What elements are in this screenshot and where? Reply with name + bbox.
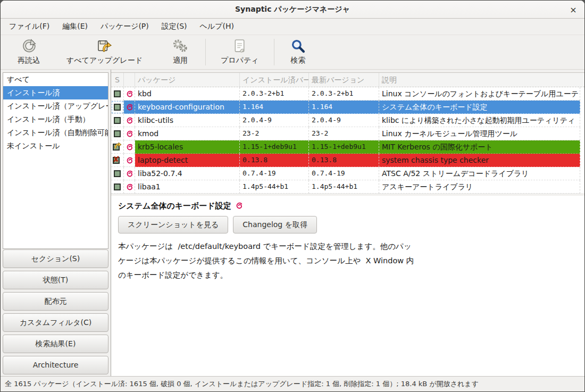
installed-status-icon bbox=[114, 170, 121, 177]
col-installed-version[interactable]: インストール済バージョン bbox=[240, 73, 309, 87]
table-row-marked-upgrade[interactable]: krb5-locales 1.15-1+deb9u1 1.15-1+deb9u1… bbox=[111, 140, 584, 154]
table-row-marked-remove[interactable]: ✘ laptop-detect 0.13.8 0.13.8 system cha… bbox=[111, 154, 584, 167]
apply-gears-icon bbox=[172, 39, 188, 55]
toolbar-separator bbox=[205, 39, 206, 65]
apply-button[interactable]: 適用 bbox=[164, 37, 197, 68]
latest-version: 1.164 bbox=[309, 101, 379, 114]
filter-installed[interactable]: インストール済 bbox=[3, 86, 108, 99]
filter-all[interactable]: すべて bbox=[3, 73, 108, 86]
installed-version: 0.13.8 bbox=[240, 154, 309, 167]
latest-version: 2.0.3-2+b1 bbox=[309, 87, 379, 101]
status-cell bbox=[111, 127, 124, 140]
package-name: kmod bbox=[135, 127, 240, 140]
reload-button[interactable]: 再読込 bbox=[10, 37, 47, 68]
package-name: laptop-detect bbox=[135, 154, 240, 167]
menu-package[interactable]: パッケージ(P) bbox=[94, 19, 155, 35]
package-name: kbd bbox=[135, 87, 240, 101]
filter-installed-autoremovable[interactable]: インストール済（自動削除可能） bbox=[3, 126, 108, 139]
col-description[interactable]: 説明 bbox=[379, 73, 584, 87]
table-row[interactable]: klibc-utils 2.0.4-9 2.0.4-9 klibc により構築さ… bbox=[111, 114, 584, 127]
debian-swirl-icon bbox=[124, 140, 135, 154]
package-name: liba52-0.7.4 bbox=[135, 167, 240, 180]
filter-installed-manual[interactable]: インストール済（手動） bbox=[3, 113, 108, 126]
package-description: klibc により構築された小さな起動初期用ユーティリティ bbox=[379, 114, 580, 127]
apply-label: 適用 bbox=[173, 56, 188, 65]
refresh-icon bbox=[22, 39, 36, 55]
status-button[interactable]: 状態(T) bbox=[3, 271, 108, 289]
main-area: すべて インストール済 インストール済（アップグレード可） インストール済（手動… bbox=[1, 70, 584, 376]
statusbar: 全 1615 パッケージ（インストール済: 1615 個, 破損 0 個, イン… bbox=[1, 376, 584, 391]
package-long-description: 本パッケージは /etc/default/keyboard でキーボード設定を管… bbox=[118, 239, 577, 282]
close-icon[interactable]: × bbox=[567, 4, 579, 16]
content-pane: S パッケージ インストール済バージョン 最新バージョン 説明 kbd 2.0.… bbox=[111, 70, 584, 376]
table-row[interactable]: liba52-0.7.4 0.7.4-19 0.7.4-19 ATSC A/52… bbox=[111, 167, 584, 180]
package-description: MIT Kerberos の国際化サポート bbox=[379, 140, 580, 154]
search-results-button[interactable]: 検索結果(E) bbox=[3, 335, 108, 353]
package-description: ATSC A/52 ストリームデコードライブラリ bbox=[379, 167, 580, 180]
installed-status-icon bbox=[114, 104, 121, 111]
installed-version: 23-2 bbox=[240, 127, 309, 140]
upgrade-status-icon bbox=[113, 143, 122, 152]
toolbar: 再読込 すべてアップグレード bbox=[1, 35, 584, 70]
origin-button[interactable]: 配布元 bbox=[3, 292, 108, 311]
toolbar-separator bbox=[274, 39, 274, 65]
sidebar-buttons: セクション(S) 状態(T) 配布元 カスタムフィルタ(C) 検索結果(E) A… bbox=[1, 249, 111, 376]
installed-version: 2.0.4-9 bbox=[240, 114, 309, 127]
get-changelog-button[interactable]: Changelog を取得 bbox=[233, 216, 317, 233]
menu-file[interactable]: ファイル(F) bbox=[3, 19, 56, 35]
col-supported[interactable] bbox=[124, 73, 135, 87]
status-cell bbox=[111, 87, 124, 101]
latest-version: 2.0.4-9 bbox=[309, 114, 379, 127]
package-description: system chassis type checker bbox=[379, 154, 580, 167]
custom-filters-button[interactable]: カスタムフィルタ(C) bbox=[3, 313, 108, 332]
installed-version: 1.15-1+deb9u1 bbox=[240, 140, 309, 154]
table-row[interactable]: kmod 23-2 23-2 Linux カーネルモジュール管理用ツール bbox=[111, 127, 584, 140]
properties-label: プロパティ bbox=[221, 56, 259, 65]
debian-swirl-icon bbox=[124, 87, 135, 101]
status-cell bbox=[111, 167, 124, 180]
properties-button[interactable]: プロパティ bbox=[213, 37, 266, 68]
table-row-selected[interactable]: keyboard-configuration 1.164 1.164 システム全… bbox=[111, 101, 584, 114]
debian-swirl-icon bbox=[124, 127, 135, 140]
search-icon bbox=[291, 39, 305, 55]
sections-button[interactable]: セクション(S) bbox=[3, 249, 108, 268]
package-table: S パッケージ インストール済バージョン 最新バージョン 説明 kbd 2.0.… bbox=[111, 72, 584, 193]
menu-help[interactable]: ヘルプ(H) bbox=[194, 19, 240, 35]
properties-icon bbox=[233, 39, 247, 55]
reload-label: 再読込 bbox=[18, 56, 40, 65]
package-description: アスキーアートライブラリ bbox=[379, 180, 580, 194]
filter-not-installed[interactable]: 未インストール bbox=[3, 139, 108, 153]
installed-version: 2.0.3-2+b1 bbox=[240, 87, 309, 101]
latest-version: 1.4p5-44+b1 bbox=[309, 180, 379, 194]
table-row[interactable]: libaa1 1.4p5-44+b1 1.4p5-44+b1 アスキーアートライ… bbox=[111, 180, 584, 194]
filter-installed-upgradable[interactable]: インストール済（アップグレード可） bbox=[3, 99, 108, 113]
architecture-button[interactable]: Architecture bbox=[3, 356, 108, 374]
debian-swirl-icon bbox=[124, 167, 135, 180]
sidebar: すべて インストール済 インストール済（アップグレード可） インストール済（手動… bbox=[1, 70, 111, 376]
filter-list: すべて インストール済 インストール済（アップグレード可） インストール済（手動… bbox=[3, 72, 108, 249]
titlebar[interactable]: Synaptic パッケージマネージャ × bbox=[1, 1, 584, 19]
upgrade-all-button[interactable]: すべてアップグレード bbox=[59, 37, 150, 68]
installed-status-icon bbox=[114, 130, 121, 137]
menu-settings[interactable]: 設定(S) bbox=[155, 19, 194, 35]
table-header: S パッケージ インストール済バージョン 最新バージョン 説明 bbox=[111, 73, 584, 87]
table-row[interactable]: kbd 2.0.3-2+b1 2.0.3-2+b1 Linux コンソールのフォ… bbox=[111, 87, 584, 101]
menubar: ファイル(F) 編集(E) パッケージ(P) 設定(S) ヘルプ(H) bbox=[1, 19, 584, 35]
installed-status-icon bbox=[114, 117, 121, 124]
package-description: Linux カーネルモジュール管理用ツール bbox=[379, 127, 580, 140]
package-name: krb5-locales bbox=[135, 140, 240, 154]
debian-swirl-icon bbox=[124, 114, 135, 127]
debian-swirl-icon bbox=[124, 101, 135, 114]
status-cell bbox=[111, 140, 124, 154]
view-screenshot-button[interactable]: スクリーンショットを見る bbox=[118, 216, 228, 233]
col-latest-version[interactable]: 最新バージョン bbox=[309, 73, 379, 87]
col-package[interactable]: パッケージ bbox=[135, 73, 240, 87]
col-status[interactable]: S bbox=[111, 73, 124, 87]
details-pane: システム全体のキーボード設定 スクリーンショットを見る Changelog を取… bbox=[111, 196, 584, 376]
package-name: keyboard-configuration bbox=[135, 101, 240, 114]
installed-version: 0.7.4-19 bbox=[240, 167, 309, 180]
latest-version: 1.15-1+deb9u1 bbox=[309, 140, 379, 154]
search-button[interactable]: 検索 bbox=[282, 37, 315, 68]
menu-edit[interactable]: 編集(E) bbox=[56, 19, 94, 35]
upgrade-all-label: すべてアップグレード bbox=[66, 56, 143, 65]
